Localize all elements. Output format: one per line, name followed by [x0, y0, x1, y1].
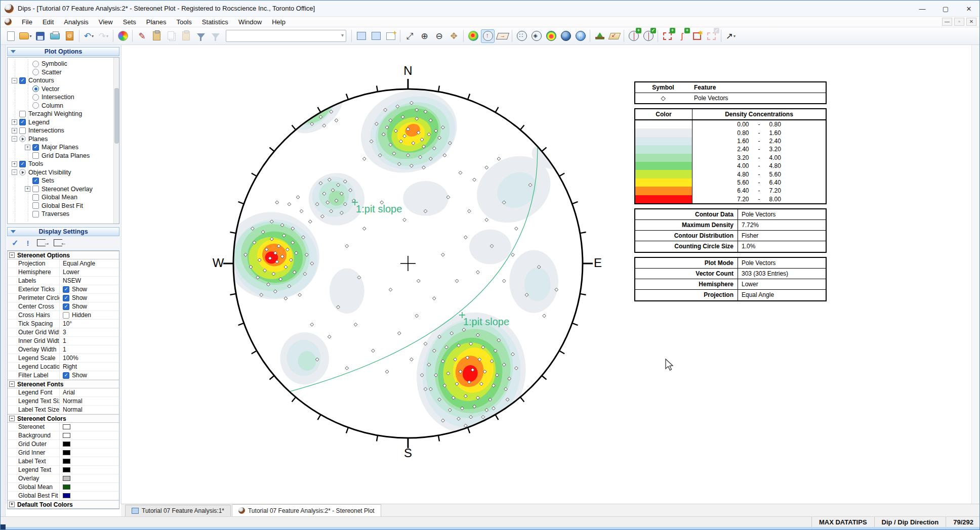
property-value[interactable]: Right: [60, 363, 119, 370]
tree-item-global-best-fit[interactable]: Global Best Fit: [8, 202, 119, 210]
grid-section-default-tool-colors[interactable]: +Default Tool Colors: [8, 500, 119, 509]
property-value[interactable]: 1: [60, 337, 119, 344]
property-value[interactable]: 100%: [60, 355, 119, 362]
checkbox-icon[interactable]: [32, 178, 39, 184]
checkbox-icon[interactable]: [19, 161, 26, 167]
menu-sets[interactable]: Sets: [118, 17, 141, 27]
tree-item-intersections[interactable]: +Intersections: [8, 126, 119, 135]
tree-item-contours[interactable]: −Contours: [8, 76, 119, 85]
apply-icon[interactable]: ✓: [12, 238, 18, 248]
property-value[interactable]: [60, 493, 119, 498]
checkbox-icon[interactable]: [19, 127, 26, 134]
query-select-button[interactable]: ↗▾: [724, 29, 738, 43]
property-value[interactable]: Equal Angle: [60, 260, 119, 267]
edit-pen-button[interactable]: ✎: [135, 29, 149, 43]
color-swatch[interactable]: [63, 467, 70, 472]
checkbox-icon[interactable]: [63, 286, 69, 293]
tree-item-column[interactable]: Column: [8, 102, 119, 110]
new-window-button[interactable]: [384, 29, 397, 43]
tile-horizontal-button[interactable]: [369, 29, 383, 43]
color-swatch[interactable]: [63, 441, 70, 447]
import-settings-icon[interactable]: [54, 239, 62, 246]
document-tab[interactable]: Tutorial 07 Feature Analysis:2* - Stereo…: [232, 504, 381, 516]
tree-item-stereonet-overlay[interactable]: +Stereonet Overlay: [8, 185, 119, 194]
checkbox-icon[interactable]: [32, 186, 39, 192]
filter-edit-button[interactable]: [209, 29, 222, 43]
contour-mode-button[interactable]: [544, 29, 558, 43]
add-plane-button[interactable]: +: [627, 29, 640, 43]
maximize-button[interactable]: ▢: [934, 1, 957, 17]
menu-help[interactable]: Help: [267, 17, 291, 27]
property-value[interactable]: [60, 441, 119, 447]
query-filter-combobox[interactable]: [226, 30, 346, 42]
tree-item-scatter[interactable]: Scatter: [8, 68, 119, 77]
menu-planes[interactable]: Planes: [141, 17, 172, 27]
mdi-restore-button[interactable]: ▫: [954, 18, 964, 26]
property-value[interactable]: Show: [60, 286, 119, 293]
property-value[interactable]: [60, 476, 119, 481]
document-tab[interactable]: Tutorial 07 Feature Analysis:1*: [125, 505, 231, 516]
color-swatch[interactable]: [63, 459, 70, 464]
checkbox-icon[interactable]: [32, 152, 39, 159]
chart-colors-button[interactable]: [116, 29, 130, 43]
grid-section-stereonet-fonts[interactable]: −Stereonet Fonts: [8, 380, 119, 388]
stereonet-canvas[interactable]: NESW1:pit slope1:pit slope Symbol Featur…: [121, 45, 972, 504]
filter-data-button[interactable]: [194, 29, 208, 43]
property-value[interactable]: [60, 459, 119, 464]
tree-item-traverses[interactable]: Traverses: [8, 210, 119, 218]
zoom-extents-button[interactable]: ⤢: [403, 29, 417, 43]
menu-file[interactable]: File: [17, 17, 37, 27]
tree-item-symbolic[interactable]: Symbolic: [8, 60, 119, 68]
menu-view[interactable]: View: [94, 17, 118, 27]
redo-button[interactable]: ↷▾: [97, 29, 110, 43]
tile-vertical-button[interactable]: [354, 29, 368, 43]
edit-planes-button[interactable]: ✓: [641, 29, 655, 43]
property-value[interactable]: [60, 433, 119, 438]
grid-section-stereonet-options[interactable]: −Stereonet Options: [8, 251, 119, 259]
property-value[interactable]: Show: [60, 294, 119, 301]
tree-item-tools[interactable]: +Tools: [8, 160, 119, 168]
display-settings-header[interactable]: Display Settings: [7, 227, 119, 236]
undo-button[interactable]: ↶▾: [82, 29, 96, 43]
property-value[interactable]: NSEW: [60, 277, 119, 284]
close-button[interactable]: ✕: [957, 1, 980, 17]
edit-sets-button[interactable]: [690, 29, 704, 43]
globe-view-button[interactable]: [574, 29, 587, 43]
color-swatch[interactable]: [63, 484, 70, 490]
radio-icon[interactable]: [32, 69, 39, 75]
radio-icon[interactable]: [32, 85, 39, 92]
tree-item-grid-data-planes[interactable]: Grid Data Planes: [8, 152, 119, 160]
property-value[interactable]: [60, 424, 119, 429]
new-file-button[interactable]: [4, 29, 18, 43]
add-set-window-button[interactable]: +: [661, 29, 674, 43]
color-swatch[interactable]: [63, 493, 70, 498]
open-file-button[interactable]: ▾: [19, 29, 32, 43]
mdi-minimize-button[interactable]: —: [942, 18, 952, 26]
symbolic-plot-button[interactable]: [529, 29, 543, 43]
property-value[interactable]: Lower: [60, 269, 119, 276]
menu-window[interactable]: Window: [233, 17, 267, 27]
tree-item-vector[interactable]: Vector: [8, 85, 119, 94]
save-button[interactable]: [33, 29, 47, 43]
checkbox-icon[interactable]: [19, 111, 26, 117]
arrow-button-icon[interactable]: [19, 169, 26, 175]
menu-analysis[interactable]: Analysis: [59, 17, 93, 27]
tree-item-terzaghi-weighting[interactable]: Terzaghi Weighting: [8, 110, 119, 118]
property-value[interactable]: Show: [60, 372, 119, 379]
property-value[interactable]: 1: [60, 346, 119, 353]
pole-plot-button[interactable]: [481, 29, 495, 43]
radio-icon[interactable]: [32, 102, 39, 109]
checkbox-icon[interactable]: [63, 303, 69, 310]
checkbox-icon[interactable]: [19, 77, 26, 84]
menu-tools[interactable]: Tools: [172, 17, 197, 27]
property-value[interactable]: Arial: [60, 389, 119, 396]
stereonet-3d-button[interactable]: [559, 29, 573, 43]
collapse-box-icon[interactable]: −: [9, 252, 15, 258]
tree-scrollbar-thumb[interactable]: [114, 88, 119, 144]
property-value[interactable]: 3: [60, 329, 119, 336]
checkbox-icon[interactable]: [63, 372, 69, 379]
tree-item-planes[interactable]: −Planes: [8, 135, 119, 144]
property-value[interactable]: [60, 450, 119, 455]
property-value[interactable]: [60, 467, 119, 472]
checkbox-icon[interactable]: [32, 211, 39, 217]
